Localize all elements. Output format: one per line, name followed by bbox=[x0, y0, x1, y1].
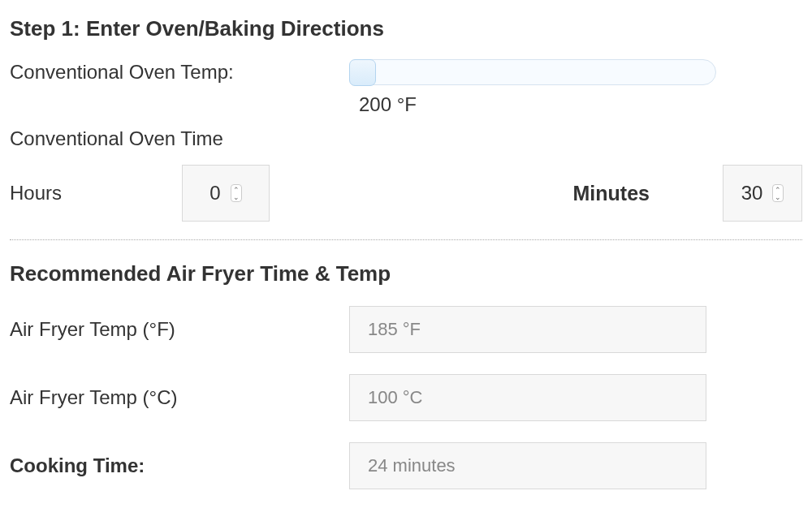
temp-c-output: 100 °C bbox=[349, 374, 706, 421]
section-divider bbox=[10, 239, 802, 240]
chevron-up-icon[interactable]: ⌃ bbox=[231, 186, 241, 193]
oven-time-section: Conventional Oven Time Hours 0 ⌃ ⌄ Minut… bbox=[10, 127, 802, 222]
step1-heading: Step 1: Enter Oven/Baking Directions bbox=[10, 16, 802, 41]
temp-c-label: Air Fryer Temp (°C) bbox=[10, 386, 343, 409]
temp-f-row: Air Fryer Temp (°F) 185 °F bbox=[10, 306, 802, 353]
oven-temp-value: 200 °F bbox=[359, 93, 802, 116]
cooking-time-label: Cooking Time: bbox=[10, 454, 343, 477]
hours-stepper[interactable]: 0 ⌃ ⌄ bbox=[182, 165, 270, 222]
hours-value: 0 bbox=[209, 182, 220, 205]
minutes-stepper[interactable]: 30 ⌃ ⌄ bbox=[723, 165, 802, 222]
slider-thumb[interactable] bbox=[349, 59, 376, 86]
time-row: Cooking Time: 24 minutes bbox=[10, 442, 802, 489]
minutes-label: Minutes bbox=[573, 182, 650, 205]
stepper-arrows-icon[interactable]: ⌃ ⌄ bbox=[231, 184, 242, 202]
oven-temp-label: Conventional Oven Temp: bbox=[10, 61, 343, 84]
hours-label: Hours bbox=[10, 182, 182, 205]
chevron-down-icon[interactable]: ⌄ bbox=[231, 193, 241, 200]
temp-f-output: 185 °F bbox=[349, 306, 706, 353]
temp-c-row: Air Fryer Temp (°C) 100 °C bbox=[10, 374, 802, 421]
oven-temp-slider[interactable] bbox=[349, 59, 716, 85]
cooking-time-output: 24 minutes bbox=[349, 442, 706, 489]
temp-f-label: Air Fryer Temp (°F) bbox=[10, 318, 343, 341]
minutes-value: 30 bbox=[741, 182, 763, 205]
chevron-down-icon[interactable]: ⌄ bbox=[773, 193, 783, 200]
oven-time-label: Conventional Oven Time bbox=[10, 127, 802, 150]
oven-temp-row: Conventional Oven Temp: 200 °F bbox=[10, 61, 802, 116]
chevron-up-icon[interactable]: ⌃ bbox=[773, 186, 783, 193]
stepper-arrows-icon[interactable]: ⌃ ⌄ bbox=[772, 184, 784, 202]
results-heading: Recommended Air Fryer Time & Temp bbox=[10, 261, 802, 286]
